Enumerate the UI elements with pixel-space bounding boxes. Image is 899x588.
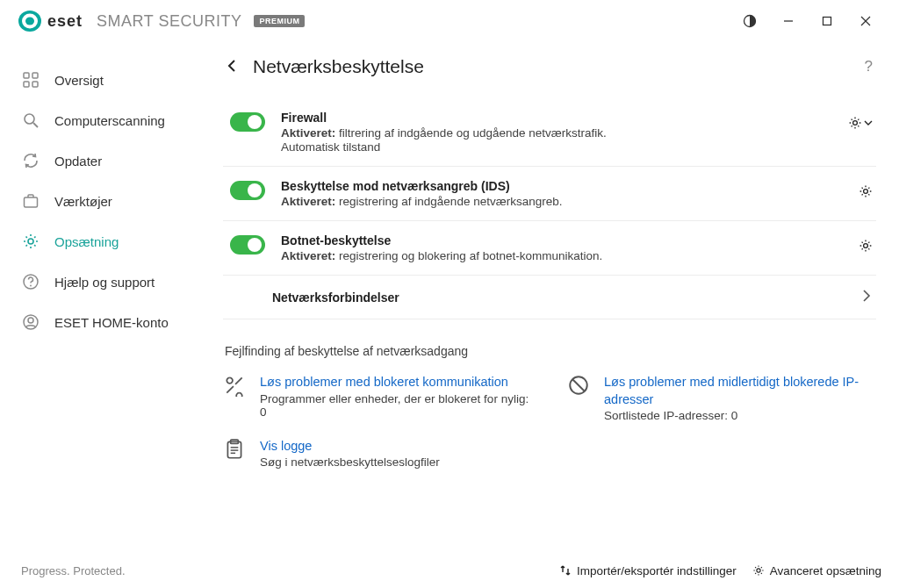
svg-point-22 [864,244,868,248]
trouble-link-blocked-comm[interactable]: Løs problemer med blokeret kommunikation [260,374,532,391]
svg-point-20 [853,121,858,125]
svg-rect-9 [32,73,38,78]
sidebar-item-overview[interactable]: Oversigt [0,60,200,100]
ids-settings-button[interactable] [855,181,876,202]
chevron-down-icon [864,118,873,127]
close-button[interactable] [846,4,885,39]
sidebar-item-help[interactable]: Hjælp og support [0,262,200,302]
setting-text: Firewall Aktiveret: filtrering af indgåe… [281,111,829,154]
help-icon [21,272,40,291]
setting-title: Firewall [281,111,829,125]
sidebar-item-setup[interactable]: Opsætning [0,221,200,262]
svg-line-29 [572,379,585,391]
network-connections-label: Netværksforbindelser [272,290,399,305]
svg-point-17 [30,285,32,287]
footer-tagline: Progress. Protected. [21,564,126,577]
block-icon [567,374,592,398]
setting-text: Botnet-beskyttelse Aktiveret: registreri… [281,233,839,262]
content-header: Netværksbeskyttelse ? [223,54,876,79]
minimize-icon [783,16,794,26]
svg-rect-10 [24,82,29,87]
help-button[interactable]: ? [861,54,876,79]
clipboard-icon [223,438,248,463]
setting-title: Botnet-beskyttelse [281,233,839,247]
sidebar-item-update[interactable]: Opdater [0,140,200,181]
footer: Progress. Protected. Importér/eksportér … [0,553,899,588]
svg-line-13 [33,123,38,127]
sidebar-item-label: Hjælp og support [54,275,155,290]
sidebar-item-label: ESET HOME-konto [54,315,169,330]
network-connections-row[interactable]: Netværksforbindelser [223,276,876,319]
svg-point-30 [757,569,760,572]
setting-desc: Aktiveret: registrering og blokering af … [281,249,839,262]
gear-icon [859,239,873,253]
eset-logo: eset [18,10,83,32]
advanced-setup-button[interactable]: Avanceret opsætning [752,564,881,577]
gear-icon [848,116,862,130]
svg-rect-14 [25,197,38,207]
account-icon [21,312,40,332]
back-button[interactable] [223,56,241,78]
setting-extra: Automatisk tilstand [281,140,829,154]
close-icon [860,16,871,26]
chevron-right-icon [862,290,871,305]
content: Netværksbeskyttelse ? Firewall Aktiveret… [200,42,899,553]
sidebar-item-tools[interactable]: Værktøjer [0,181,200,221]
footer-action-label: Importér/eksportér indstillinger [577,564,737,577]
refresh-icon [21,151,40,170]
premium-badge: PREMIUM [254,15,305,27]
main-area: Oversigt Computerscanning Opdater Værktø… [0,42,899,553]
window-controls [730,4,885,39]
dashboard-icon [21,70,40,90]
setting-row-ids: Beskyttelse mod netværksangreb (IDS) Akt… [223,167,876,221]
gear-icon [21,232,40,251]
svg-point-12 [25,114,34,124]
footer-action-label: Avanceret opsætning [770,564,881,577]
svg-point-2 [25,18,34,25]
half-circle-icon [743,14,757,28]
maximize-icon [822,16,832,26]
toggle-firewall[interactable] [230,112,265,132]
sidebar-item-scan[interactable]: Computerscanning [0,100,200,140]
import-export-button[interactable]: Importér/eksportér indstillinger [559,564,737,577]
setting-desc: Aktiveret: filtrering af indgående og ud… [281,126,829,140]
trouble-blocked-communication: Løs problemer med blokeret kommunikation… [223,374,532,419]
tools-icon [223,374,248,398]
troubleshoot-grid: Løs problemer med blokeret kommunikation… [223,374,876,488]
sidebar: Oversigt Computerscanning Opdater Værktø… [0,42,200,553]
sidebar-item-label: Opsætning [54,234,119,249]
troubleshoot-heading: Fejlfinding af beskyttelse af netværksad… [225,344,876,358]
setting-row-firewall: Firewall Aktiveret: filtrering af indgåe… [223,98,876,167]
svg-point-21 [864,190,868,194]
firewall-settings-button[interactable] [845,112,876,133]
svg-rect-5 [823,18,831,25]
setting-title: Beskyttelse mod netværksangreb (IDS) [281,179,839,193]
sidebar-item-label: Computerscanning [54,113,165,128]
gear-icon [859,184,873,198]
setting-text: Beskyttelse mod netværksangreb (IDS) Akt… [281,179,839,208]
svg-rect-8 [24,73,29,78]
sidebar-item-label: Oversigt [54,73,104,88]
product-name: SMART SECURITY [97,12,241,31]
theme-toggle-button[interactable] [730,4,769,39]
minimize-button[interactable] [769,4,808,39]
trouble-desc: Sortlistede IP-adresser: 0 [604,409,876,422]
brand-eset-text: eset [47,12,83,31]
botnet-settings-button[interactable] [855,235,876,256]
trouble-blocked-ips: Løs problemer med midlertidigt blokerede… [567,374,876,422]
trouble-link-blocked-ips[interactable]: Løs problemer med midlertidigt blokerede… [604,374,876,408]
sidebar-item-label: Opdater [54,154,102,169]
trouble-desc: Søg i netværksbeskyttelseslogfiler [260,455,440,469]
trouble-view-logs: Vis logge Søg i netværksbeskyttelseslogf… [223,438,532,470]
import-export-icon [559,564,572,577]
brand-area: eset SMART SECURITY PREMIUM [18,10,305,32]
eset-logo-icon [18,10,42,32]
maximize-button[interactable] [808,4,846,39]
svg-point-19 [28,318,33,323]
briefcase-icon [21,191,40,211]
sidebar-item-home-account[interactable]: ESET HOME-konto [0,302,200,342]
toggle-ids[interactable] [230,181,265,200]
trouble-link-logs[interactable]: Vis logge [260,438,440,455]
toggle-botnet[interactable] [230,235,265,255]
page-title: Netværksbeskyttelse [253,56,424,77]
